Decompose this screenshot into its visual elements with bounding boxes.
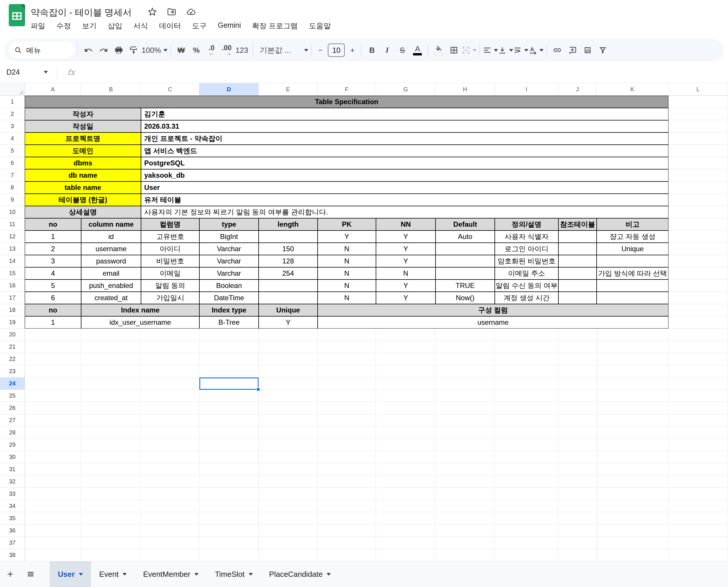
row-header-25[interactable]: 25 xyxy=(0,390,25,402)
text-color-button[interactable]: A xyxy=(410,42,425,58)
cell-r7[interactable]: db name xyxy=(25,169,141,182)
cell-r8[interactable]: User xyxy=(141,182,668,194)
cell-r13[interactable]: 아이디 xyxy=(141,243,199,255)
cell-r11[interactable]: length xyxy=(259,218,318,231)
cell-r16[interactable]: Y xyxy=(376,280,435,292)
row-header-6[interactable]: 6 xyxy=(0,157,25,169)
cell-r10[interactable]: 사용자의 기본 정보와 찌르기 알림 동의 여부를 관리합니다. xyxy=(141,206,668,218)
cell-r16[interactable] xyxy=(259,280,318,292)
column-header-D[interactable]: D xyxy=(199,83,259,96)
cell-r13[interactable]: 2 xyxy=(25,243,81,255)
cell-r12[interactable] xyxy=(559,231,597,243)
menu-item-2[interactable]: 수정 xyxy=(56,21,71,31)
cell-r19[interactable]: 1 xyxy=(25,316,81,329)
cell-r13[interactable] xyxy=(435,243,495,255)
insert-link-button[interactable] xyxy=(550,42,565,58)
cell-r15[interactable]: N xyxy=(318,267,376,280)
toolbar-search[interactable]: 메뉴 xyxy=(8,42,75,59)
row-header-19[interactable]: 19 xyxy=(0,316,25,329)
menu-item-5[interactable]: 서식 xyxy=(133,21,148,31)
cell-r11[interactable]: Default xyxy=(435,218,495,231)
borders-button[interactable] xyxy=(446,42,461,58)
row-header-33[interactable]: 33 xyxy=(0,488,25,500)
cell-r12[interactable]: 쟝고 자동 생성 xyxy=(597,231,668,243)
row-header-15[interactable]: 15 xyxy=(0,267,25,280)
italic-button[interactable]: I xyxy=(380,42,395,58)
row-header-37[interactable]: 37 xyxy=(0,537,25,549)
row-header-32[interactable]: 32 xyxy=(0,475,25,488)
column-header-H[interactable]: H xyxy=(435,83,495,96)
text-rotation-button[interactable] xyxy=(528,42,544,58)
row-header-2[interactable]: 2 xyxy=(0,108,25,120)
cell-r14[interactable]: Varchar xyxy=(199,255,259,267)
font-size-input[interactable]: 10 xyxy=(328,44,345,57)
cell-r15[interactable]: email xyxy=(81,267,141,280)
cell-r13[interactable]: Y xyxy=(376,243,435,255)
cell-r12[interactable]: 1 xyxy=(25,231,81,243)
row-header-13[interactable]: 13 xyxy=(0,243,25,255)
row-header-9[interactable]: 9 xyxy=(0,194,25,206)
row-header-36[interactable]: 36 xyxy=(0,524,25,537)
sheets-logo-icon[interactable] xyxy=(9,4,25,26)
redo-button[interactable] xyxy=(96,42,111,58)
increase-decimal-button[interactable]: .00→ xyxy=(219,42,234,58)
chevron-down-icon[interactable] xyxy=(44,71,48,73)
cell-r13[interactable]: Unique xyxy=(597,243,668,255)
menu-item-4[interactable]: 삽입 xyxy=(108,21,122,31)
cell-r17[interactable] xyxy=(259,292,318,304)
row-header-17[interactable]: 17 xyxy=(0,292,25,304)
cell-r17[interactable]: Now() xyxy=(435,292,495,304)
percent-format-button[interactable]: % xyxy=(189,42,204,58)
cell-r4[interactable]: 개인 프로젝트 - 약속잡이 xyxy=(141,133,668,145)
cell-r16[interactable]: 알림 동의 xyxy=(141,280,199,292)
insert-chart-button[interactable] xyxy=(580,42,595,58)
menu-item-7[interactable]: 도구 xyxy=(192,21,207,31)
cell-r14[interactable] xyxy=(559,255,597,267)
name-box[interactable]: D24 xyxy=(0,68,44,76)
cell-r16[interactable]: 5 xyxy=(25,280,81,292)
chevron-down-icon[interactable] xyxy=(79,573,83,576)
cell-r16[interactable]: push_enabled xyxy=(81,280,141,292)
row-header-8[interactable]: 8 xyxy=(0,182,25,194)
cell-r3[interactable]: 2026.03.31 xyxy=(141,120,668,133)
row-header-34[interactable]: 34 xyxy=(0,500,25,512)
cell-r2[interactable]: 김기훈 xyxy=(141,108,668,120)
cell-r16[interactable]: 알림 수신 동의 여부 xyxy=(495,280,559,292)
undo-button[interactable] xyxy=(81,42,96,58)
cell-r19[interactable]: Y xyxy=(259,316,318,329)
sheet-tab-User[interactable]: User xyxy=(50,561,91,587)
row-header-29[interactable]: 29 xyxy=(0,439,25,451)
row-header-7[interactable]: 7 xyxy=(0,169,25,182)
cell-r15[interactable]: 254 xyxy=(259,267,318,280)
sheet-tab-EventMember[interactable]: EventMember xyxy=(135,561,207,587)
row-header-14[interactable]: 14 xyxy=(0,255,25,267)
cell-r15[interactable]: 4 xyxy=(25,267,81,280)
menu-item-1[interactable]: 파일 xyxy=(31,21,45,31)
column-header-L[interactable]: L xyxy=(668,83,728,96)
cloud-saved-icon[interactable] xyxy=(186,7,196,17)
menu-item-10[interactable]: 도움말 xyxy=(309,21,331,31)
text-wrap-button[interactable] xyxy=(513,42,528,58)
row-header-11[interactable]: 11 xyxy=(0,218,25,231)
cell-r16[interactable] xyxy=(597,280,668,292)
increase-font-size-button[interactable]: + xyxy=(346,42,358,58)
column-header-I[interactable]: I xyxy=(495,83,559,96)
chevron-down-icon[interactable] xyxy=(327,573,331,576)
cell-r17[interactable]: created_at xyxy=(81,292,141,304)
row-header-27[interactable]: 27 xyxy=(0,414,25,426)
row-header-12[interactable]: 12 xyxy=(0,231,25,243)
cell-r2[interactable]: 작성자 xyxy=(25,108,141,120)
cell-r1[interactable]: Table Specification xyxy=(25,96,668,108)
number-format-button[interactable]: 123 xyxy=(234,42,250,58)
cell-r11[interactable]: no xyxy=(25,218,81,231)
selected-cell[interactable] xyxy=(199,377,259,390)
row-header-4[interactable]: 4 xyxy=(0,133,25,145)
cell-r19[interactable]: username xyxy=(318,316,668,329)
row-header-30[interactable]: 30 xyxy=(0,451,25,463)
row-header-21[interactable]: 21 xyxy=(0,341,25,353)
cell-r12[interactable]: BigInt xyxy=(199,231,259,243)
bold-button[interactable]: B xyxy=(364,42,380,58)
cell-r15[interactable]: 이메일 xyxy=(141,267,199,280)
cell-r14[interactable]: 암호화된 비밀번호 xyxy=(495,255,559,267)
font-select[interactable]: 기본값 ... xyxy=(256,42,309,58)
